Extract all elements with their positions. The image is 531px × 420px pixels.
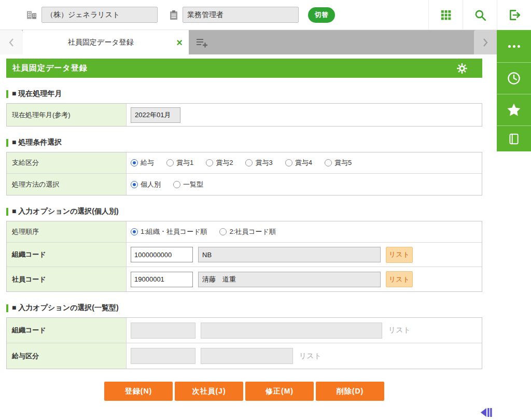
search-icon bbox=[473, 8, 487, 22]
logout-icon bbox=[508, 8, 521, 22]
table-row: 処理順序 1:組織・社員コード順 2:社員コード順 bbox=[7, 221, 482, 243]
company-input[interactable] bbox=[41, 7, 158, 23]
current-month-field[interactable] bbox=[131, 107, 180, 123]
employee-list-button[interactable]: リスト bbox=[386, 271, 413, 287]
section-heading-text: ■ 現在処理年月 bbox=[12, 89, 62, 99]
row-label: 給与区分 bbox=[7, 343, 127, 369]
section-heading-list-type: ■ 入力オプションの選択(一覧型) bbox=[6, 303, 482, 313]
sidebar-more-button[interactable] bbox=[497, 30, 531, 62]
row-label: 処理順序 bbox=[7, 221, 127, 242]
radio-option-method-1[interactable]: 一覧型 bbox=[173, 180, 203, 189]
radio-icon bbox=[219, 228, 227, 235]
sidebar-history-button[interactable] bbox=[497, 62, 531, 94]
radio-option-method-0[interactable]: 個人別 bbox=[131, 180, 161, 189]
top-header: 切替 bbox=[0, 0, 531, 30]
current-month-table: 現在処理年月(参考) bbox=[6, 103, 482, 127]
individual-options-table: 処理順序 1:組織・社員コード順 2:社員コード順 組織コード NB リスト bbox=[6, 221, 482, 292]
radio-label: 1:組織・社員コード順 bbox=[141, 227, 207, 236]
table-row: 支給区分 給与 賞与1 賞与2 賞与3 bbox=[7, 152, 482, 174]
pay-code-input-disabled bbox=[131, 348, 195, 364]
pay-name-field-disabled bbox=[201, 348, 293, 364]
table-row: 処理方法の選択 個人別 一覧型 bbox=[7, 174, 482, 195]
section-heading-individual: ■ 入力オプションの選択(個人別) bbox=[6, 207, 482, 216]
panel-collapse-button[interactable] bbox=[480, 408, 493, 419]
radio-selected-icon bbox=[131, 159, 138, 166]
org-code-input-disabled bbox=[131, 323, 195, 339]
section-heading-text: ■ 入力オプションの選択(一覧型) bbox=[12, 303, 119, 313]
row-label: 組織コード bbox=[7, 318, 127, 343]
tab-scroll-right-button[interactable] bbox=[474, 30, 497, 54]
row-value bbox=[127, 104, 482, 126]
radio-icon bbox=[285, 159, 292, 166]
row-label: 処理方法の選択 bbox=[7, 174, 127, 195]
tab-bar: 社員固定データ登録 × bbox=[0, 30, 497, 54]
sidebar-manual-button[interactable] bbox=[497, 125, 531, 151]
action-button-row: 登録(N) 次社員(J) 修正(M) 削除(D) bbox=[6, 382, 482, 401]
row-value: NB リスト bbox=[127, 243, 482, 267]
radio-selected-icon bbox=[131, 228, 138, 235]
radio-option-payment-5[interactable]: 賞与5 bbox=[325, 158, 352, 167]
section-heading-text: ■ 処理条件選択 bbox=[12, 138, 62, 147]
pay-list-button-disabled: リスト bbox=[299, 352, 322, 361]
radio-icon bbox=[245, 159, 253, 166]
radio-label: 個人別 bbox=[141, 180, 161, 189]
clipboard-icon bbox=[169, 10, 178, 20]
delete-button[interactable]: 削除(D) bbox=[316, 382, 384, 401]
radio-icon bbox=[325, 159, 332, 166]
row-value: 清藤 道重 リスト bbox=[127, 267, 482, 291]
radio-label: 2:社員コード順 bbox=[229, 227, 275, 236]
radio-option-payment-4[interactable]: 賞与4 bbox=[285, 158, 312, 167]
star-icon bbox=[506, 102, 522, 118]
radio-option-payment-0[interactable]: 給与 bbox=[131, 158, 154, 167]
org-name-field-disabled bbox=[201, 323, 382, 339]
list-options-table: 組織コード リスト 給与区分 リスト bbox=[6, 317, 482, 369]
radio-selected-icon bbox=[131, 181, 138, 188]
apps-grid-button[interactable] bbox=[428, 0, 463, 30]
company-icon bbox=[26, 10, 37, 20]
page-title: 社員固定データ登録 bbox=[12, 63, 88, 73]
org-list-button[interactable]: リスト bbox=[386, 247, 413, 263]
tab-active[interactable]: 社員固定データ登録 × bbox=[23, 30, 189, 54]
section-heading-current-month: ■ 現在処理年月 bbox=[6, 89, 482, 99]
tab-title: 社員固定データ登録 bbox=[29, 38, 172, 47]
new-tab-button[interactable] bbox=[189, 30, 215, 54]
sidebar-favorites-button[interactable] bbox=[497, 94, 531, 125]
radio-option-payment-3[interactable]: 賞与3 bbox=[245, 158, 272, 167]
radio-label: 賞与1 bbox=[176, 158, 193, 167]
tab-close-icon[interactable]: × bbox=[176, 37, 183, 48]
add-list-icon bbox=[195, 37, 208, 48]
radio-label: 賞与2 bbox=[216, 158, 233, 167]
register-button[interactable]: 登録(N) bbox=[104, 382, 173, 401]
logout-button[interactable] bbox=[497, 0, 531, 30]
grid-icon bbox=[440, 9, 452, 21]
row-value: リスト bbox=[127, 318, 482, 343]
radio-option-order-0[interactable]: 1:組織・社員コード順 bbox=[131, 227, 207, 236]
ellipsis-icon bbox=[508, 45, 520, 48]
row-label: 社員コード bbox=[7, 267, 127, 291]
radio-option-payment-1[interactable]: 賞与1 bbox=[166, 158, 193, 167]
radio-label: 賞与4 bbox=[295, 158, 312, 167]
settings-gear-button[interactable] bbox=[456, 63, 468, 74]
chevron-left-icon bbox=[8, 38, 15, 47]
next-employee-button[interactable]: 次社員(J) bbox=[175, 382, 243, 401]
org-code-input[interactable] bbox=[131, 247, 193, 262]
employee-code-input[interactable] bbox=[131, 272, 193, 287]
table-row: 現在処理年月(参考) bbox=[7, 104, 482, 126]
org-name-field: NB bbox=[198, 247, 381, 262]
radio-option-payment-2[interactable]: 賞与2 bbox=[206, 158, 233, 167]
role-input[interactable] bbox=[183, 7, 299, 23]
table-row: 社員コード 清藤 道重 リスト bbox=[7, 267, 482, 291]
radio-icon bbox=[173, 181, 180, 188]
right-sidebar bbox=[497, 30, 531, 151]
payment-radio-group: 給与 賞与1 賞与2 賞与3 賞与4 bbox=[127, 152, 482, 173]
order-radio-group: 1:組織・社員コード順 2:社員コード順 bbox=[127, 221, 482, 242]
switch-button[interactable]: 切替 bbox=[308, 7, 335, 23]
search-button[interactable] bbox=[463, 0, 497, 30]
org-list-button-disabled: リスト bbox=[388, 326, 411, 335]
tab-scroll-left-button[interactable] bbox=[0, 30, 23, 54]
section-accent bbox=[6, 90, 8, 98]
modify-button[interactable]: 修正(M) bbox=[245, 382, 314, 401]
radio-option-order-1[interactable]: 2:社員コード順 bbox=[219, 227, 275, 236]
gear-icon bbox=[456, 63, 468, 74]
section-heading-conditions: ■ 処理条件選択 bbox=[6, 138, 482, 147]
